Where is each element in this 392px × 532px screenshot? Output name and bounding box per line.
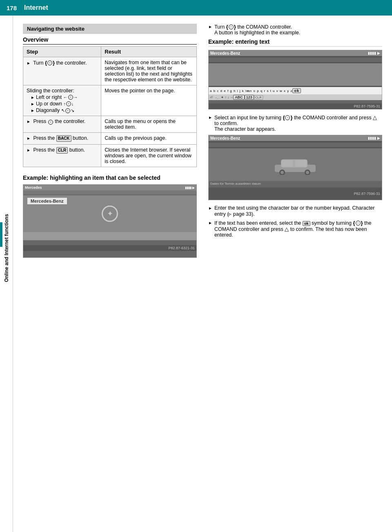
bullet-icon-1: ► xyxy=(208,25,212,29)
mercedes-logo-circle: ✦ xyxy=(102,206,118,222)
arrow-icon: ► xyxy=(31,108,35,113)
screen-top-bar-3: Mercedes-Benz ▮▮▮▮ ▶ xyxy=(209,135,382,141)
result-cell: Closes the Internet browser. If several … xyxy=(101,145,197,167)
controller-sym-r1: {○} xyxy=(226,24,236,30)
lr-controller-sym: ←○→ xyxy=(63,95,78,100)
screen-footer-2 xyxy=(209,100,382,103)
bullet-icon-3: ► xyxy=(208,206,212,210)
screen-footer-3 xyxy=(209,188,382,191)
char-bar-1: a b c d e f g h i j k l m n o p q r s t … xyxy=(209,87,382,94)
circle-icon: ○ xyxy=(65,108,70,113)
screen-content-2 xyxy=(209,63,382,86)
result-cell: Navigates from one item that can be sele… xyxy=(101,57,197,85)
screen-logo: Mercedes xyxy=(25,186,42,190)
table-row: ► Press the CLR button. Closes the Inter… xyxy=(23,145,197,167)
step-cell: ► Press the BACK button. xyxy=(23,133,101,145)
circle-icon: ○ xyxy=(285,115,290,120)
step-cell: ► Press ○ the con­troller. xyxy=(23,116,101,133)
bullet-item-2: ► Select an input line by turning {○} th… xyxy=(208,114,382,132)
example-highlight-heading: Example: highlighting an item that can b… xyxy=(23,174,197,181)
result-cell: Calls up the menu or opens the selected … xyxy=(101,116,197,133)
svg-point-5 xyxy=(306,171,309,174)
bullet-item-4: ► If the text has been entered, select t… xyxy=(208,220,382,238)
screen-bottom-text: Daten für Termin auswählen datum xyxy=(209,181,382,188)
bullet-text-2: Select an input line by turning {○} the … xyxy=(214,114,382,132)
arrow-icon: ► xyxy=(27,136,31,141)
navigation-table: Step Result ► Turn {○} the controller. N… xyxy=(23,46,197,167)
overview-label: Overview xyxy=(23,36,197,45)
result-cell: Calls up the previ­ous page. xyxy=(101,133,197,145)
screen-signal: ▮▮▮▮ ▶ xyxy=(185,186,195,190)
arrow-icon: ► xyxy=(27,148,31,152)
example-entering-text-heading: Example: entering text xyxy=(208,38,382,47)
bullet-icon-4: ► xyxy=(208,221,212,225)
step-cell: Sliding the control­ler: ►Left or right … xyxy=(23,85,101,116)
caption-2: P82.87-7595-31 xyxy=(209,103,382,109)
sidebar: Online and Internet functions xyxy=(0,16,13,532)
screen-top-bar: Mercedes ▮▮▮▮ ▶ xyxy=(23,185,196,190)
header-title: Internet xyxy=(24,4,48,11)
screen-content-car xyxy=(209,148,382,181)
star-icon: ✦ xyxy=(107,209,113,218)
screenshot-caption: P82.87-6321-31 xyxy=(23,245,196,251)
step-cell: ► Press the CLR button. xyxy=(23,145,101,167)
hero-title: Mercedes-Benz xyxy=(27,198,67,204)
arrow-icon: ► xyxy=(27,61,31,65)
car-illustration xyxy=(271,154,320,175)
left-column: Navigating the website Overview Step Res… xyxy=(23,24,197,524)
ok-symbol: ok xyxy=(303,221,310,226)
screenshot-entering-text-1: Mercedes-Benz ▮▮▮▮ ▶ a b c d e f g h i j… xyxy=(208,50,382,110)
circle-icon: ○ xyxy=(48,120,53,125)
circle-icon: ○ xyxy=(47,60,52,65)
sidebar-marker xyxy=(0,222,2,247)
screen-top-bar-2: Mercedes-Benz ▮▮▮▮ ▶ xyxy=(209,50,382,56)
svg-rect-7 xyxy=(295,160,307,167)
bullet-text-3: Enter the text using the character bar o… xyxy=(214,205,382,217)
circle-icon: ○ xyxy=(68,95,73,100)
abc-box: ABC xyxy=(233,95,245,100)
table-row: ► Press ○ the con­troller. Calls up the … xyxy=(23,116,197,133)
step-item-up-down: ►Up or down ↑○↓ xyxy=(31,101,98,107)
caption-3: P82.87-7596-31 xyxy=(209,191,382,197)
header-bar: 178 Internet xyxy=(0,0,392,16)
screen-nav-2 xyxy=(209,58,382,62)
screen-text-rows xyxy=(23,232,196,240)
screen-signal-2: ▮▮▮▮ ▶ xyxy=(368,51,380,55)
screen-signal-3: ▮▮▮▮ ▶ xyxy=(368,136,380,140)
bullet-text-1: Turn {○} the COMAND controller.A button … xyxy=(214,24,382,36)
circle-icon: ○ xyxy=(229,25,234,29)
page-layout: Online and Internet functions Navigating… xyxy=(0,16,392,532)
col-header-step: Step xyxy=(23,47,101,57)
table-row: ► Turn {○} the controller. Navigates fro… xyxy=(23,57,197,85)
screen-nav-area xyxy=(23,190,196,194)
page-number: 178 xyxy=(7,4,17,11)
result-cell: Moves the pointer on the page. xyxy=(101,85,197,116)
step-cell: ► Turn {○} the controller. xyxy=(23,57,101,85)
back-button-label: BACK xyxy=(56,135,71,142)
col-header-result: Result xyxy=(101,47,197,57)
controller-symbol: {○} xyxy=(45,60,55,66)
screenshot-entering-text-2: Mercedes-Benz ▮▮▮▮ ▶ xyxy=(208,135,382,200)
sidebar-label: Online and Internet functions xyxy=(4,214,9,282)
screen-logo-2: Mercedes-Benz xyxy=(210,51,240,56)
step-item-diagonal: ►Diagonally ↖○↘ xyxy=(31,107,98,113)
svg-point-3 xyxy=(281,171,284,174)
table-row: ► Press the BACK button. Calls up the pr… xyxy=(23,133,197,145)
num-box: 123 xyxy=(245,95,254,100)
controller-sym-r4: {○} xyxy=(353,220,363,226)
screen-logo-3: Mercedes-Benz xyxy=(210,136,240,141)
bullet-text-4: If the text has been entered, select the… xyxy=(214,220,382,238)
ud-controller-sym: ↑○↓ xyxy=(63,101,74,106)
arrow-icon: ► xyxy=(31,102,35,106)
main-content: Navigating the website Overview Step Res… xyxy=(13,16,392,532)
ok-box: ok xyxy=(292,88,301,93)
clr-inline: CLR xyxy=(254,95,263,100)
screen-footer-row xyxy=(23,241,196,245)
bullet-icon-2: ► xyxy=(208,115,212,120)
press-controller-sym: ○ xyxy=(48,120,53,125)
diag-controller-sym: ↖○↘ xyxy=(61,108,74,113)
step-indent: ►Left or right ←○→ ►Up or down ↑○↓ ►Diag… xyxy=(27,94,98,113)
circle-icon: ○ xyxy=(356,221,361,226)
arrow-icon: ► xyxy=(31,95,35,100)
screen-hero-area: ✦ Mercedes-Benz xyxy=(23,195,196,232)
